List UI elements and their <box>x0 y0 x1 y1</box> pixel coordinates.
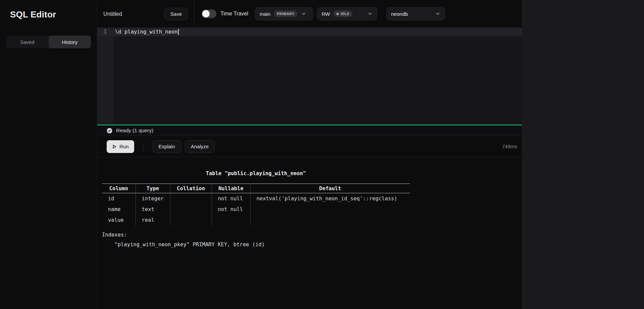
table-row: id integer not null nextval('playing_wit… <box>102 193 410 204</box>
query-name-section: Untitled Save <box>97 0 194 28</box>
time-travel-toggle[interactable] <box>202 9 216 18</box>
table-row: value real <box>102 215 410 225</box>
table-cell: not null <box>212 204 250 215</box>
table-cell: value <box>102 215 136 225</box>
tab-history[interactable]: History <box>49 36 91 48</box>
explain-button[interactable]: Explain <box>153 140 181 153</box>
compute-status-text: IDLE <box>341 12 350 16</box>
sidebar: SQL Editor Saved History <box>0 0 97 309</box>
code-line[interactable]: 1 \d playing_with_neon <box>97 28 522 36</box>
tab-saved[interactable]: Saved <box>6 36 49 48</box>
column-header: Default <box>250 184 410 193</box>
right-background-area <box>522 0 644 309</box>
run-button[interactable]: Run <box>107 140 134 153</box>
chevron-down-icon <box>435 11 440 16</box>
topbar-divider <box>194 0 194 28</box>
table-cell <box>250 215 410 225</box>
query-toolbar: Run Explain Analyze 748ms <box>97 136 522 157</box>
save-button[interactable]: Save <box>164 8 188 20</box>
topbar: Untitled Save Time Travel main PRIMARY R… <box>97 0 522 28</box>
query-duration: 748ms <box>502 144 522 149</box>
table-cell: nextval('playing_with_neon_id_seq'::regc… <box>250 193 410 204</box>
column-header: Collation <box>170 184 212 193</box>
sql-editor-app: SQL Editor Saved History Untitled Save T… <box>0 0 644 309</box>
column-header: Column <box>102 184 136 193</box>
compute-select[interactable]: RW IDLE <box>317 7 377 20</box>
status-message: Ready (1 query) <box>116 127 153 134</box>
branch-name: main <box>260 11 271 17</box>
branch-primary-badge: PRIMARY <box>274 10 298 17</box>
results-panel: Table "public.playing_with_neon" Column … <box>97 157 522 309</box>
table-cell <box>212 215 250 225</box>
text-cursor <box>178 29 179 35</box>
table-header-row: Column Type Collation Nullable Default <box>102 184 410 193</box>
analyze-button[interactable]: Analyze <box>185 140 215 153</box>
page-title: SQL Editor <box>10 9 97 20</box>
table-cell <box>170 193 212 204</box>
code-text: \d playing_with_neon <box>113 29 178 35</box>
line-number: 1 <box>97 29 113 35</box>
table-cell <box>170 204 212 215</box>
idle-status-dot <box>336 13 339 15</box>
status-bar: Ready (1 query) <box>97 124 522 136</box>
time-travel-label: Time Travel <box>220 11 248 17</box>
index-definition: "playing_with_neon_pkey" PRIMARY KEY, bt… <box>102 240 522 250</box>
run-label: Run <box>119 144 129 149</box>
column-header: Nullable <box>212 184 250 193</box>
branch-select[interactable]: main PRIMARY <box>255 7 313 20</box>
toolbar-divider <box>143 142 144 151</box>
saved-history-tabs: Saved History <box>6 36 91 48</box>
table-cell: real <box>136 215 170 225</box>
compute-name: RW <box>322 11 330 17</box>
check-circle-icon <box>107 128 112 134</box>
chevron-down-icon <box>367 11 373 16</box>
table-row: name text not null <box>102 204 410 215</box>
database-select[interactable]: neondb <box>386 7 445 20</box>
toggle-knob <box>202 10 210 17</box>
table-cell <box>170 215 212 225</box>
main-panel: Untitled Save Time Travel main PRIMARY R… <box>97 0 522 309</box>
compute-status-badge: IDLE <box>333 10 353 17</box>
table-cell: name <box>102 204 136 215</box>
line-number-gutter <box>97 28 113 124</box>
database-name: neondb <box>391 11 408 17</box>
results-table-title: Table "public.playing_with_neon" <box>102 169 410 177</box>
indexes-label: Indexes: <box>102 230 522 240</box>
chevron-down-icon <box>301 11 306 16</box>
play-icon <box>112 144 117 149</box>
table-cell: text <box>136 204 170 215</box>
table-cell: id <box>102 193 136 204</box>
column-header: Type <box>136 184 170 193</box>
query-title: Untitled <box>103 11 122 17</box>
table-cell: integer <box>136 193 170 204</box>
sql-code-editor[interactable]: 1 \d playing_with_neon <box>97 28 522 124</box>
table-cell <box>250 204 410 215</box>
table-cell: not null <box>212 193 250 204</box>
results-table: Column Type Collation Nullable Default i… <box>102 184 410 225</box>
